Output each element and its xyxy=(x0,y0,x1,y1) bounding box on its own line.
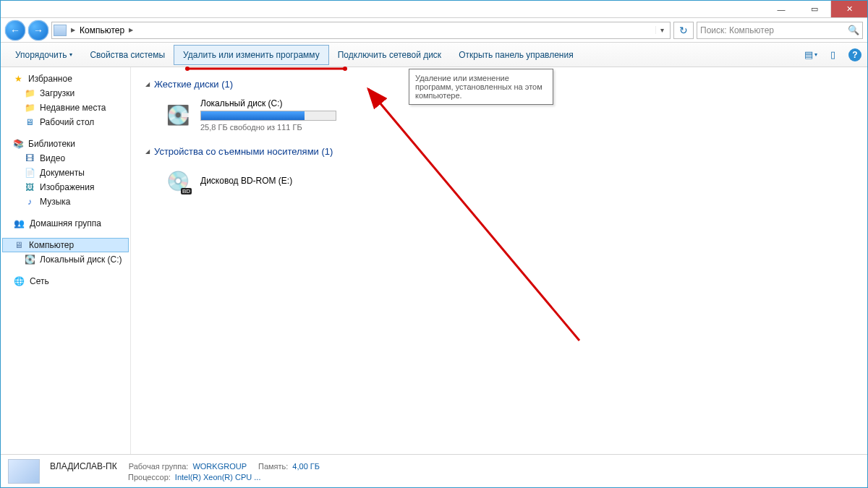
drive-free-text: 25,8 ГБ свободно из 111 ГБ xyxy=(200,123,336,132)
sidebar-item-music[interactable]: ♪Музыка xyxy=(2,194,129,209)
sidebar-item-video[interactable]: 🎞Видео xyxy=(2,151,129,166)
computer-thumb-icon xyxy=(8,459,40,484)
open-control-panel-button[interactable]: Открыть панель управления xyxy=(450,46,582,64)
refresh-button[interactable]: ↻ xyxy=(673,22,694,39)
maximize-button[interactable]: ▭ xyxy=(798,1,831,17)
pc-name: ВЛАДИСЛАВ-ПК xyxy=(50,461,117,471)
sidebar-item-downloads[interactable]: 📁Загрузки xyxy=(2,86,129,100)
sidebar-item-favorites[interactable]: ★Избранное xyxy=(2,72,129,86)
breadcrumb[interactable]: Компьютер xyxy=(80,25,124,35)
minimize-button[interactable]: — xyxy=(765,1,798,17)
sidebar-item-network[interactable]: 🌐Сеть xyxy=(2,274,129,288)
forward-button[interactable]: → xyxy=(28,20,48,40)
sidebar-item-computer[interactable]: 🖥Компьютер xyxy=(2,238,129,252)
recent-icon: 📁 xyxy=(24,102,35,114)
network-icon: 🌐 xyxy=(12,275,25,287)
uninstall-program-button[interactable]: Удалить или изменить программу xyxy=(174,45,329,65)
sidebar-item-recent[interactable]: 📁Недавние места xyxy=(2,100,129,115)
search-icon: 🔍 xyxy=(848,25,859,35)
document-icon: 📄 xyxy=(24,167,35,179)
navigation-pane: ★Избранное 📁Загрузки 📁Недавние места 🖥Ра… xyxy=(1,67,131,454)
drive-icon: 💽 xyxy=(24,254,35,265)
view-options-button[interactable]: ▤▾ xyxy=(802,47,820,63)
image-icon: 🖼 xyxy=(24,181,35,193)
map-network-drive-button[interactable]: Подключить сетевой диск xyxy=(329,46,450,64)
nav-row: ← → ▶ Компьютер ▶ ▾ ↻ Поиск: Компьютер 🔍 xyxy=(1,18,867,43)
music-icon: ♪ xyxy=(24,196,35,207)
sidebar-item-local-c[interactable]: 💽Локальный диск (C:) xyxy=(2,252,129,267)
command-bar: Упорядочить▾ Свойства системы Удалить ил… xyxy=(1,43,867,67)
drive-name: Дисковод BD-ROM (E:) xyxy=(200,176,292,186)
window-titlebar: — ▭ ✕ xyxy=(1,1,867,18)
system-properties-button[interactable]: Свойства системы xyxy=(81,46,174,64)
sidebar-item-documents[interactable]: 📄Документы xyxy=(2,166,129,180)
star-icon: ★ xyxy=(12,73,24,85)
section-removable[interactable]: ◢ Устройства со съемными носителями (1) xyxy=(145,146,853,157)
drive-bd[interactable]: 💿BD Дисковод BD-ROM (E:) xyxy=(145,161,853,200)
collapse-icon: ◢ xyxy=(145,81,150,87)
video-icon: 🎞 xyxy=(24,153,35,164)
search-placeholder: Поиск: Компьютер xyxy=(700,25,774,35)
organize-menu[interactable]: Упорядочить▾ xyxy=(7,46,81,64)
search-box[interactable]: Поиск: Компьютер 🔍 xyxy=(697,22,863,39)
address-bar[interactable]: ▶ Компьютер ▶ ▾ xyxy=(51,22,671,39)
optical-drive-icon: 💿BD xyxy=(163,166,193,196)
computer-icon xyxy=(54,25,67,36)
folder-icon: 📁 xyxy=(24,87,35,99)
tooltip: Удаление или изменение программ, установ… xyxy=(409,69,553,105)
storage-bar xyxy=(200,111,336,121)
chevron-right-icon: ▶ xyxy=(129,27,133,33)
sidebar-item-libraries[interactable]: 📚Библиотеки xyxy=(2,137,129,151)
desktop-icon: 🖥 xyxy=(24,116,35,128)
computer-icon: 🖥 xyxy=(13,239,25,251)
sidebar-item-desktop[interactable]: 🖥Рабочий стол xyxy=(2,115,129,129)
homegroup-icon: 👥 xyxy=(12,218,25,229)
sidebar-item-homegroup[interactable]: 👥Домашняя группа xyxy=(2,216,129,231)
sidebar-item-pictures[interactable]: 🖼Изображения xyxy=(2,180,129,194)
preview-pane-button[interactable]: ▯ xyxy=(824,47,841,63)
library-icon: 📚 xyxy=(12,138,24,150)
close-button[interactable]: ✕ xyxy=(831,1,867,17)
address-dropdown[interactable]: ▾ xyxy=(655,26,668,34)
details-pane: ВЛАДИСЛАВ-ПК Рабочая группа:WORKGROUP Па… xyxy=(1,454,867,487)
collapse-icon: ◢ xyxy=(145,148,150,155)
drive-name: Локальный диск (C:) xyxy=(200,98,336,108)
help-button[interactable]: ? xyxy=(848,48,861,61)
content-pane: Удаление или изменение программ, установ… xyxy=(131,67,867,454)
back-button[interactable]: ← xyxy=(5,20,25,40)
chevron-right-icon: ▶ xyxy=(71,27,75,33)
drive-icon: 💽 xyxy=(163,100,193,130)
